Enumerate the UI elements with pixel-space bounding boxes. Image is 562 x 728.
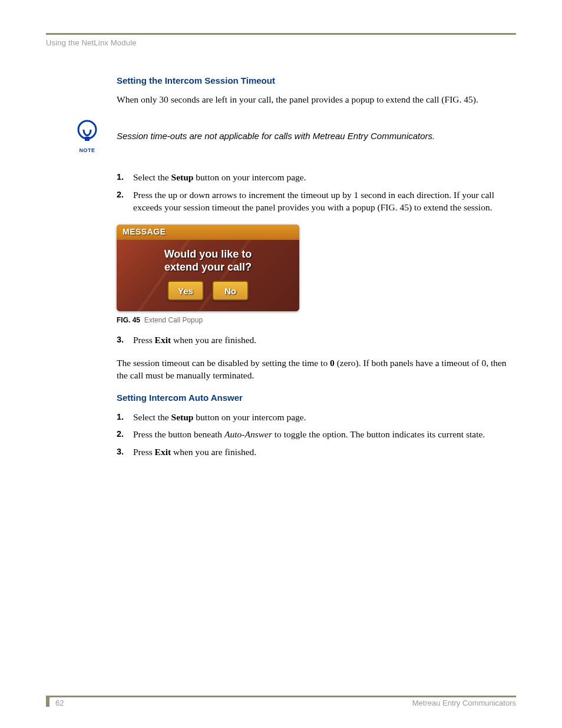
step-text: button on your intercom page. [193,172,306,182]
steps-list-1a: Select the Setup button on your intercom… [117,171,514,214]
popup-titlebar: MESSAGE [117,225,299,240]
figure-caption: FIG. 45 Extend Call Popup [117,316,514,324]
step-item: Press Exit when you are finished. [117,446,514,459]
footer-rule: 62 Metreau Entry Communicators [46,696,516,707]
note-lightbulb-icon: NOTE [70,119,105,153]
step-text: when you are finished. [171,447,256,457]
figure-label: FIG. 45 [117,316,140,324]
running-header: Using the NetLinx Module [46,38,516,47]
header-rule [46,33,516,35]
main-content: Setting the Intercom Session Timeout Whe… [117,75,514,459]
step-text: Press the button beneath [133,429,224,439]
section-heading: Setting Intercom Auto Answer [117,393,514,403]
popup-button-row: Yes No [123,281,293,301]
page-footer: 62 Metreau Entry Communicators [46,696,516,707]
step-text: Press [133,447,155,457]
step-text: Press [133,335,155,345]
step-italic: Auto-Answer [224,429,272,439]
figure-wrap: MESSAGE Would you like to extend your ca… [117,225,514,311]
step-text: Select the [133,412,171,422]
step-text: Select the [133,172,171,182]
note-block: NOTE Session time-outs are not applicabl… [70,119,514,153]
intro-paragraph: When only 30 seconds are left in your ca… [117,94,514,106]
figure-caption-text: Extend Call Popup [144,316,203,324]
page-number: 62 [55,699,64,707]
popup-question: Would you like to extend your call? [123,248,293,274]
steps-list-2: Select the Setup button on your intercom… [117,411,514,459]
step-item: Select the Setup button on your intercom… [117,411,514,424]
svg-rect-2 [85,139,90,141]
extend-call-popup: MESSAGE Would you like to extend your ca… [117,225,299,311]
step-bold: Setup [171,412,194,422]
step-item: Select the Setup button on your intercom… [117,171,514,184]
step-text: button on your intercom page. [193,412,306,422]
closing-bold: 0 [330,358,335,368]
step-bold: Setup [171,172,194,182]
step-text: to toggle the option. The button indicat… [272,429,485,439]
section-heading: Setting the Intercom Session Timeout [117,75,514,85]
footer-doc-title: Metreau Entry Communicators [412,699,516,707]
step-item: Press the up or down arrows to increment… [117,189,514,214]
closing-text: The session timeout can be disabled by s… [117,358,330,368]
step-bold: Exit [155,447,171,457]
note-label: NOTE [70,147,105,153]
step-bold: Exit [155,335,171,345]
svg-rect-1 [85,137,90,139]
popup-no-button[interactable]: No [212,281,249,301]
popup-yes-button[interactable]: Yes [167,281,204,301]
popup-body: Would you like to extend your call? Yes … [117,240,299,311]
note-text: Session time-outs are not applicable for… [117,131,435,141]
step-item: Press Exit when you are finished. [117,334,514,347]
step-text: when you are finished. [171,335,256,345]
step-item: Press the button beneath Auto-Answer to … [117,428,514,441]
document-page: Using the NetLinx Module Setting the Int… [0,0,562,728]
steps-list-1b: Press Exit when you are finished. [117,334,514,347]
closing-paragraph: The session timeout can be disabled by s… [117,357,514,382]
